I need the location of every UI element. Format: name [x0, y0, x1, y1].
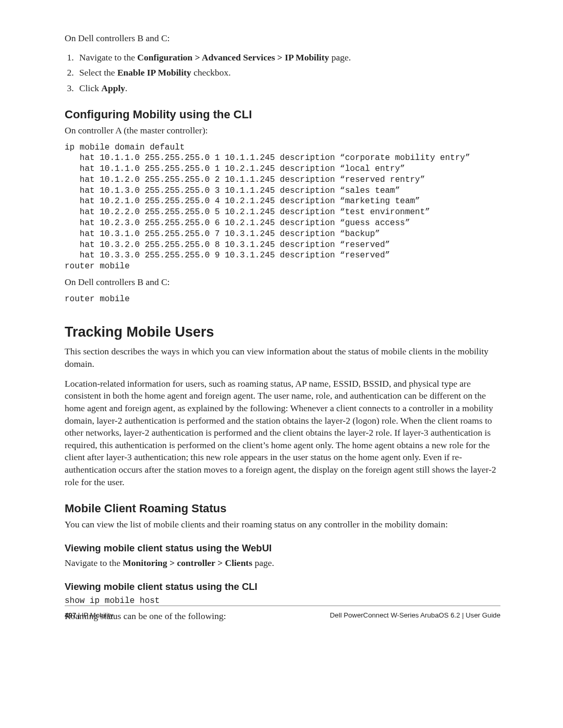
step2-post: checkbox.: [191, 67, 231, 78]
step2-pre: Select the: [79, 67, 117, 78]
webui-paragraph: Navigate to the Monitoring > controller …: [65, 557, 500, 570]
footer-left: 497 | IP Mobility: [65, 611, 113, 619]
footer-section: | IP Mobility: [76, 611, 113, 619]
footer-doc-title: Dell PowerConnect W-Series ArubaOS 6.2 |…: [330, 611, 500, 619]
intro-paragraph: On Dell controllers B and C:: [65, 32, 500, 45]
footer-right: Dell PowerConnect W-Series ArubaOS 6.2 |…: [330, 611, 500, 619]
cli-after-paragraph: On Dell controllers B and C:: [65, 276, 500, 289]
tracking-p1: This section describes the ways in which…: [65, 346, 500, 370]
cli-code-block: ip mobile domain default hat 10.1.1.0 25…: [65, 142, 500, 273]
footer-rule: [65, 606, 500, 606]
cli-code-block-2: router mobile: [65, 294, 500, 305]
roaming-heading: Mobile Client Roaming Status: [65, 502, 500, 515]
footer-page-number: 497: [65, 611, 76, 619]
webui-bold: Monitoring > controller > Clients: [123, 558, 252, 568]
roaming-p: You can view the list of mobile clients …: [65, 519, 500, 531]
webui-post: page.: [252, 558, 274, 568]
step1-bold: Configuration > Advanced Services > IP M…: [137, 52, 329, 63]
clistat-code: show ip mobile host: [65, 596, 500, 607]
step-1: Navigate to the Configuration > Advanced…: [76, 50, 500, 66]
step3-pre: Click: [79, 83, 101, 93]
steps-list: Navigate to the Configuration > Advanced…: [65, 50, 500, 96]
step1-pre: Navigate to the: [79, 52, 137, 63]
tracking-p2: Location-related information for users, …: [65, 378, 500, 489]
webui-heading: Viewing mobile client status using the W…: [65, 542, 500, 554]
step-2: Select the Enable IP Mobility checkbox.: [76, 65, 500, 81]
tracking-heading: Tracking Mobile Users: [65, 324, 500, 340]
clistat-heading: Viewing mobile client status using the C…: [65, 581, 500, 593]
step3-post: .: [125, 83, 127, 93]
step3-bold: Apply: [101, 83, 125, 93]
page-footer: 497 | IP Mobility Dell PowerConnect W-Se…: [0, 606, 563, 619]
step1-post: page.: [329, 52, 351, 63]
webui-pre: Navigate to the: [65, 558, 123, 568]
cli-heading: Configuring Mobility using the CLI: [65, 108, 500, 121]
step-3: Click Apply.: [76, 81, 500, 96]
step2-bold: Enable IP Mobility: [117, 67, 191, 78]
cli-intro: On controller A (the master controller):: [65, 125, 500, 137]
